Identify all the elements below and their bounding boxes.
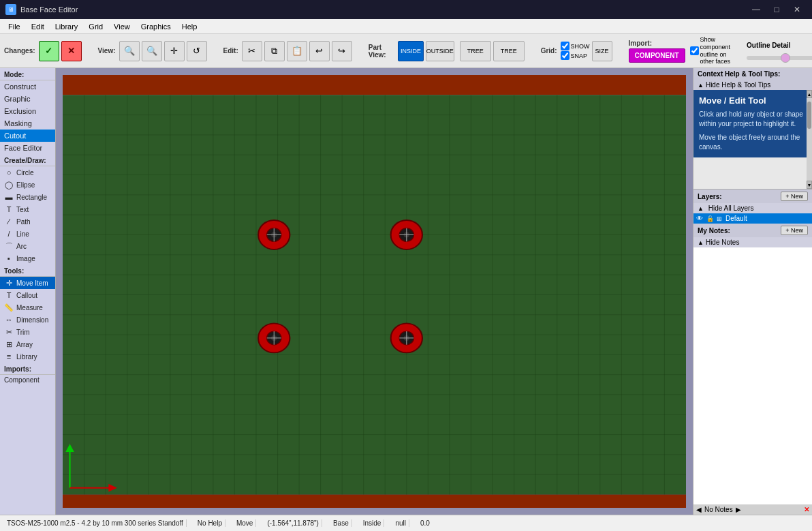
tree-button-1[interactable]: TREE xyxy=(460,41,491,61)
layer-lock-icon[interactable]: 🔓 xyxy=(706,215,715,222)
canvas-area[interactable] xyxy=(56,68,693,515)
tool-callout[interactable]: T Callout xyxy=(0,289,55,301)
scroll-down-btn[interactable]: ▼ xyxy=(807,181,812,189)
tool-line[interactable]: / Line xyxy=(0,228,55,240)
menu-library[interactable]: Library xyxy=(50,21,84,32)
tool-trim[interactable]: ✂ Trim xyxy=(0,326,55,338)
notes-next-btn[interactable]: ▶ xyxy=(736,506,741,513)
window-controls: — □ ✕ xyxy=(747,2,807,17)
cut-button[interactable]: ✂ xyxy=(242,41,262,61)
undo-button[interactable]: ↩ xyxy=(309,41,330,61)
context-help-title: Context Help & Tool Tips: xyxy=(698,70,780,78)
minimize-button[interactable]: — xyxy=(747,2,766,17)
snap-row: SNAP xyxy=(561,51,590,60)
canvas-container xyxy=(63,75,686,508)
pan-button[interactable]: ✛ xyxy=(164,41,185,61)
accept-button[interactable]: ✓ xyxy=(39,41,59,61)
tool-circle[interactable]: ○ Circle xyxy=(0,166,55,179)
main-layout: Mode: Construct Graphic Exclusion Maskin… xyxy=(0,68,812,515)
layer-eye-icon[interactable]: 👁 xyxy=(696,215,704,222)
tool-measure[interactable]: 📏 Measure xyxy=(0,301,55,314)
menu-file[interactable]: File xyxy=(3,21,26,32)
status-coords: (-1.564",11.878") xyxy=(264,519,322,527)
notes-prev-btn[interactable]: ◀ xyxy=(696,506,702,513)
new-layer-button[interactable]: + New xyxy=(781,192,808,201)
array-label: Array xyxy=(16,341,33,348)
menu-graphics[interactable]: Graphics xyxy=(136,21,176,32)
canvas-svg xyxy=(63,75,686,508)
edit-label: Edit: xyxy=(223,47,238,55)
move-label: Move Item xyxy=(16,279,48,287)
menu-view[interactable]: View xyxy=(108,21,136,32)
hide-all-label: Hide All Layers xyxy=(708,204,754,212)
grid-group: Grid: SHOW SNAP SIZE xyxy=(541,41,612,61)
redo-button[interactable]: ↪ xyxy=(332,41,352,61)
tool-image[interactable]: ▪ Image xyxy=(0,252,55,264)
menu-help[interactable]: Help xyxy=(176,21,203,32)
mode-face-editor[interactable]: Face Editor xyxy=(0,142,55,154)
scroll-up-btn[interactable]: ▲ xyxy=(807,90,812,98)
hide-all-layers-row[interactable]: ▲ Hide All Layers xyxy=(693,203,812,213)
refresh-button[interactable]: ↺ xyxy=(187,41,207,61)
import-label: Import: xyxy=(629,40,684,47)
menu-grid[interactable]: Grid xyxy=(83,21,108,32)
notes-delete-btn[interactable]: ✕ xyxy=(804,506,809,513)
mode-construct[interactable]: Construct xyxy=(0,80,55,93)
mode-exclusion[interactable]: Exclusion xyxy=(0,105,55,117)
inside-button[interactable]: INSIDE xyxy=(398,41,423,61)
tool-move-item[interactable]: ✛ Move Item xyxy=(0,277,55,289)
zoom-in-button[interactable]: 🔍 xyxy=(119,41,140,61)
layer-extra-icon: ⊞ xyxy=(717,215,722,222)
title-text: Base Face Editor xyxy=(20,5,743,14)
tools-section-title: Tools: xyxy=(0,264,55,277)
context-help-section: Context Help & Tool Tips: ▲ Hide Help & … xyxy=(693,68,812,189)
maximize-button[interactable]: □ xyxy=(767,2,786,17)
trim-icon: ✂ xyxy=(4,327,14,337)
hide-notes-row[interactable]: ▲ Hide Notes xyxy=(693,237,812,247)
tool-array[interactable]: ⊞ Array xyxy=(0,338,55,350)
mode-graphic[interactable]: Graphic xyxy=(0,93,55,105)
outline-slider-thumb[interactable] xyxy=(781,53,790,63)
tool-elipse[interactable]: ◯ Elipse xyxy=(0,179,55,191)
svg-rect-2 xyxy=(63,494,686,508)
outline-checkbox[interactable] xyxy=(690,46,699,55)
close-button[interactable]: ✕ xyxy=(787,2,807,17)
mode-cutout[interactable]: Cutout xyxy=(0,130,55,142)
tool-dimension[interactable]: ↔ Dimension xyxy=(0,314,55,326)
tool-arc[interactable]: ⌒ Arc xyxy=(0,240,55,252)
tree-button-2[interactable]: TREE xyxy=(493,41,525,61)
show-row: SHOW xyxy=(561,42,590,50)
scroll-thumb xyxy=(807,102,811,129)
import-component-item[interactable]: Component xyxy=(0,375,55,385)
move-icon: ✛ xyxy=(4,278,14,288)
right-panel: Context Help & Tool Tips: ▲ Hide Help & … xyxy=(693,68,812,515)
cancel-button[interactable]: ✕ xyxy=(61,41,82,61)
tool-rectangle[interactable]: ▬ Rectangle xyxy=(0,191,55,203)
part-view-label: Part View: xyxy=(369,44,395,59)
help-desc1: Click and hold any object or shape withi… xyxy=(699,110,807,129)
status-tool: Move xyxy=(234,519,256,527)
tool-text[interactable]: T Text xyxy=(0,203,55,215)
outside-button[interactable]: OUTSIDE xyxy=(426,41,454,61)
tool-path[interactable]: ∕ Path xyxy=(0,215,55,228)
copy-button[interactable]: ⧉ xyxy=(264,41,285,61)
snap-checkbox[interactable] xyxy=(561,51,569,60)
status-file-info: TSOS-M25-1000 m2.5 - 4.2 by 10 mm 300 se… xyxy=(4,519,187,527)
show-checkbox[interactable] xyxy=(561,42,569,50)
layer-default[interactable]: 👁 🔓 ⊞ Default xyxy=(693,213,812,224)
new-note-button[interactable]: + New xyxy=(781,226,808,235)
tool-library[interactable]: ≡ Library xyxy=(0,350,55,363)
component-import-button[interactable]: COMPONENT xyxy=(629,48,685,63)
part-view-group: Part View: INSIDE OUTSIDE xyxy=(369,41,454,61)
menu-edit[interactable]: Edit xyxy=(26,21,50,32)
hide-help-row[interactable]: ▲ Hide Help & Tool Tips xyxy=(693,80,812,90)
paste-button[interactable]: 📋 xyxy=(287,41,307,61)
size-button[interactable]: SIZE xyxy=(592,41,612,61)
path-icon: ∕ xyxy=(4,217,14,226)
mode-masking[interactable]: Masking xyxy=(0,117,55,130)
layer-default-label: Default xyxy=(725,215,747,222)
help-scrollbar[interactable]: ▲ ▼ xyxy=(807,90,812,189)
arc-icon: ⌒ xyxy=(4,241,14,251)
zoom-out-button[interactable]: 🔍 xyxy=(142,41,162,61)
help-desc2: Move the object freely around the canvas… xyxy=(699,133,807,152)
